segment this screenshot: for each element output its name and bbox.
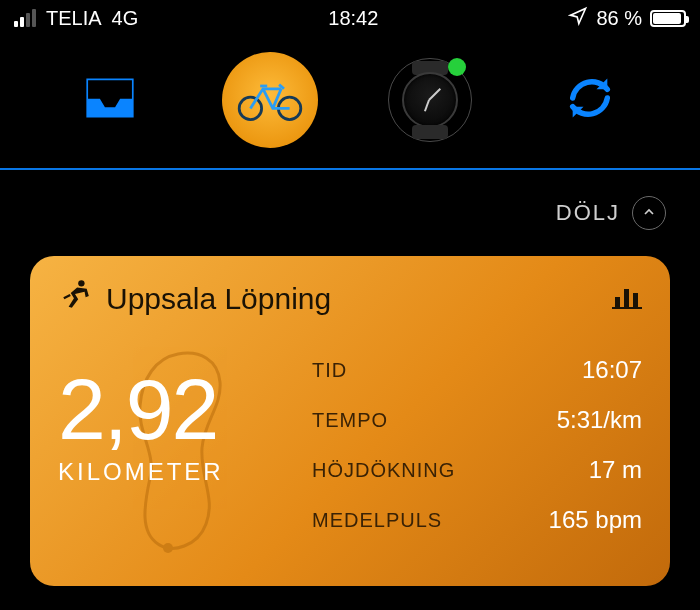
svg-rect-4: [615, 297, 620, 307]
card-header: Uppsala Löpning: [58, 278, 642, 319]
svg-point-2: [78, 280, 84, 286]
chevron-up-icon: [641, 200, 657, 226]
battery-percent: 86 %: [596, 7, 642, 30]
stats-button[interactable]: [612, 285, 642, 313]
activity-title: Uppsala Löpning: [106, 282, 331, 316]
stat-row: HÖJDÖKNING 17 m: [312, 456, 642, 484]
svg-point-7: [163, 543, 173, 553]
primary-metric: 2,92 KILOMETER: [58, 366, 224, 486]
stat-label: MEDELPULS: [312, 509, 442, 532]
bar-chart-icon: [612, 285, 642, 309]
stat-value: 5:31/km: [557, 406, 642, 434]
status-left: TELIA 4G: [14, 7, 138, 30]
svg-rect-3: [612, 307, 642, 309]
device-button[interactable]: [382, 52, 478, 148]
inbox-icon: [83, 75, 137, 125]
network-label: 4G: [112, 7, 139, 30]
collapse-button[interactable]: [632, 196, 666, 230]
activity-type-button[interactable]: [222, 52, 318, 148]
signal-strength-icon: [14, 9, 36, 27]
stat-value: 16:07: [582, 356, 642, 384]
top-toolbar: [0, 36, 700, 164]
stat-row: TID 16:07: [312, 356, 642, 384]
distance-unit: KILOMETER: [58, 458, 224, 486]
stat-value: 165 bpm: [549, 506, 642, 534]
hide-row: DÖLJ: [0, 170, 700, 250]
bike-icon: [222, 52, 318, 148]
carrier-label: TELIA: [46, 7, 102, 30]
toolbar-divider: [0, 168, 700, 170]
stat-row: MEDELPULS 165 bpm: [312, 506, 642, 534]
inbox-button[interactable]: [62, 52, 158, 148]
sync-icon: [564, 72, 616, 128]
distance-value: 2,92: [58, 366, 224, 452]
stat-value: 17 m: [589, 456, 642, 484]
sync-button[interactable]: [542, 52, 638, 148]
activity-card[interactable]: Uppsala Löpning 2,92 KILOMETER TID 16:07…: [30, 256, 670, 586]
location-arrow-icon: [568, 6, 588, 31]
stats-list: TID 16:07 TEMPO 5:31/km HÖJDÖKNING 17 m …: [312, 356, 642, 534]
battery-icon: [650, 10, 686, 27]
stat-row: TEMPO 5:31/km: [312, 406, 642, 434]
stat-label: TEMPO: [312, 409, 388, 432]
svg-rect-5: [624, 289, 629, 307]
stat-label: TID: [312, 359, 347, 382]
hide-label[interactable]: DÖLJ: [556, 200, 620, 226]
watch-icon: [382, 52, 478, 148]
clock: 18:42: [328, 7, 378, 30]
status-bar: TELIA 4G 18:42 86 %: [0, 0, 700, 36]
status-right: 86 %: [568, 6, 686, 31]
svg-rect-6: [633, 293, 638, 307]
status-dot-icon: [448, 58, 466, 76]
stat-label: HÖJDÖKNING: [312, 459, 455, 482]
runner-icon: [58, 278, 92, 319]
